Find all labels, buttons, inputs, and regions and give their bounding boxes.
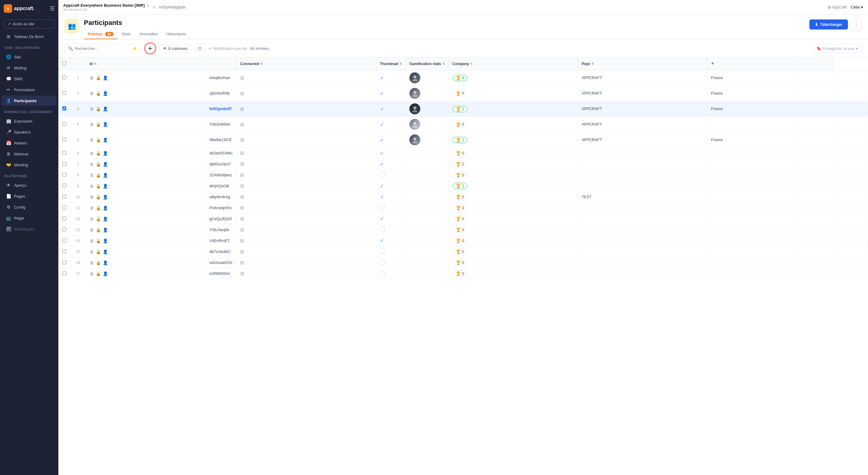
user-action-icon[interactable]: 👤 xyxy=(103,271,108,276)
company-sort-icon[interactable]: ⇅ xyxy=(470,62,473,65)
user-action-icon[interactable]: 👤 xyxy=(103,173,108,178)
row-grid-icon[interactable]: ⊞ xyxy=(240,260,244,265)
row-grid-icon[interactable]: ⊞ xyxy=(240,249,244,254)
row-grid-icon[interactable]: ⊞ xyxy=(240,172,244,178)
row-checkbox[interactable] xyxy=(62,238,66,242)
row-grid-icon[interactable]: ⊞ xyxy=(240,183,244,188)
sidebar-item-participants[interactable]: 👤 Participants xyxy=(2,95,57,106)
filter-button[interactable]: ⚡ xyxy=(129,44,141,53)
columns-button[interactable]: 👁 8 colonnes xyxy=(160,44,191,53)
lock-icon[interactable]: 🔒 xyxy=(96,91,101,96)
row-grid-icon[interactable]: ⊞ xyxy=(240,205,244,210)
id-sort-icon[interactable]: ⇅ xyxy=(94,62,96,65)
delete-icon[interactable]: 🗑 xyxy=(90,216,94,221)
lock-icon[interactable]: 🔒 xyxy=(96,162,101,167)
sidebar-item-regie[interactable]: 📺 Régie xyxy=(2,213,57,223)
search-input[interactable] xyxy=(75,46,117,51)
tab-historiques[interactable]: Historiques xyxy=(162,29,190,39)
user-action-icon[interactable]: 👤 xyxy=(103,260,108,265)
delete-icon[interactable]: 🗑 xyxy=(90,91,94,96)
row-grid-icon[interactable]: ⊞ xyxy=(240,161,244,167)
user-action-icon[interactable]: 👤 xyxy=(103,76,108,80)
lock-icon[interactable]: 🔒 xyxy=(96,76,101,80)
row-grid-icon[interactable]: ⊞ xyxy=(240,91,244,96)
sidebar-item-exposants[interactable]: 🏢 Exposants xyxy=(2,116,57,126)
row-checkbox[interactable] xyxy=(62,271,66,275)
row-checkbox[interactable] xyxy=(62,184,66,188)
export-button[interactable]: ⊡ xyxy=(194,44,205,53)
row-checkbox[interactable] xyxy=(62,216,66,220)
row-checkbox[interactable] xyxy=(62,122,66,126)
lock-icon[interactable]: 🔒 xyxy=(96,195,101,200)
delete-icon[interactable]: 🗑 xyxy=(90,162,94,167)
user-action-icon[interactable]: 👤 xyxy=(103,91,108,96)
row-checkbox[interactable] xyxy=(62,206,66,210)
delete-icon[interactable]: 🗑 xyxy=(90,249,94,254)
sidebar-item-mailing[interactable]: ✉ Mailing xyxy=(2,63,57,73)
user-action-icon[interactable]: 👤 xyxy=(103,122,108,127)
thumbnail-sort-icon[interactable]: ⇅ xyxy=(399,62,402,65)
user-action-icon[interactable]: 👤 xyxy=(103,138,108,142)
gamification-sort-icon[interactable]: ⇅ xyxy=(442,62,445,65)
row-grid-icon[interactable]: ⊞ xyxy=(240,216,244,221)
user-action-icon[interactable]: 👤 xyxy=(103,151,108,156)
lock-icon[interactable]: 🔒 xyxy=(96,238,101,243)
topbar-user[interactable]: Célia ▾ xyxy=(851,5,863,9)
sidebar-item-config[interactable]: ⚙ Config xyxy=(2,202,57,212)
user-action-icon[interactable]: 👤 xyxy=(103,206,108,210)
lock-icon[interactable]: 🔒 xyxy=(96,107,101,111)
add-column-button[interactable]: + xyxy=(711,61,714,67)
row-checkbox[interactable] xyxy=(62,195,66,199)
row-checkbox[interactable] xyxy=(62,76,66,79)
topbar-chevron-icon[interactable]: ▾ xyxy=(147,3,149,8)
user-action-icon[interactable]: 👤 xyxy=(103,195,108,200)
row-grid-icon[interactable]: ⊞ xyxy=(240,194,244,200)
delete-icon[interactable]: 🗑 xyxy=(90,151,94,156)
access-site-button[interactable]: ↗ Accès au site xyxy=(4,20,55,29)
lock-icon[interactable]: 🔒 xyxy=(96,271,101,276)
row-checkbox[interactable] xyxy=(62,107,66,110)
delete-icon[interactable]: 🗑 xyxy=(90,206,94,210)
row-checkbox[interactable] xyxy=(62,173,66,177)
search-box[interactable]: 🔍 xyxy=(64,44,125,53)
save-view-button[interactable]: 🔖 Enregistrer la vue ▾ xyxy=(812,44,862,53)
row-grid-icon[interactable]: ⊞ xyxy=(240,107,244,112)
row-checkbox[interactable] xyxy=(62,162,66,166)
row-checkbox[interactable] xyxy=(62,91,66,95)
lock-icon[interactable]: 🔒 xyxy=(96,173,101,178)
lock-icon[interactable]: 🔒 xyxy=(96,138,101,142)
delete-icon[interactable]: 🗑 xyxy=(90,107,94,111)
row-grid-icon[interactable]: ⊞ xyxy=(240,138,244,143)
delete-icon[interactable]: 🗑 xyxy=(90,228,94,232)
delete-icon[interactable]: 🗑 xyxy=(90,271,94,276)
lock-icon[interactable]: 🔒 xyxy=(96,206,101,210)
user-action-icon[interactable]: 👤 xyxy=(103,162,108,167)
row-grid-icon[interactable]: ⊞ xyxy=(240,227,244,232)
bulk-edit-area[interactable]: ✏ Modification par lot xyxy=(209,46,246,51)
lock-icon[interactable]: 🔒 xyxy=(96,228,101,232)
row-checkbox[interactable] xyxy=(62,151,66,155)
connected-sort-icon[interactable]: ⇅ xyxy=(260,62,262,65)
delete-icon[interactable]: 🗑 xyxy=(90,76,94,80)
user-action-icon[interactable]: 👤 xyxy=(103,238,108,243)
lock-icon[interactable]: 🔒 xyxy=(96,151,101,156)
pays-sort-icon[interactable]: ⇅ xyxy=(591,62,594,65)
sidebar-item-apercu[interactable]: 👁 Aperçu xyxy=(2,180,57,190)
lock-icon[interactable]: 🔒 xyxy=(96,216,101,221)
tab-anomalies[interactable]: Anomalies xyxy=(135,29,162,39)
menu-toggle-icon[interactable]: ☰ xyxy=(50,5,55,12)
row-checkbox[interactable] xyxy=(62,138,66,141)
row-grid-icon[interactable]: ⊞ xyxy=(240,151,244,156)
sidebar-item-meeting[interactable]: 🤝 Meeting xyxy=(2,160,57,170)
lock-icon[interactable]: 🔒 xyxy=(96,122,101,127)
delete-icon[interactable]: 🗑 xyxy=(90,260,94,265)
more-options-button[interactable]: ⋮ xyxy=(850,19,862,30)
lock-icon[interactable]: 🔒 xyxy=(96,249,101,254)
row-checkbox[interactable] xyxy=(62,249,66,253)
lock-icon[interactable]: 🔒 xyxy=(96,260,101,265)
add-entry-button[interactable]: + xyxy=(144,42,156,54)
user-action-icon[interactable]: 👤 xyxy=(103,107,108,111)
row-grid-icon[interactable]: ⊞ xyxy=(240,76,244,81)
download-button[interactable]: ⬇ Télécharger xyxy=(809,20,848,29)
sidebar-item-ateliers[interactable]: 📅 Ateliers xyxy=(2,138,57,148)
